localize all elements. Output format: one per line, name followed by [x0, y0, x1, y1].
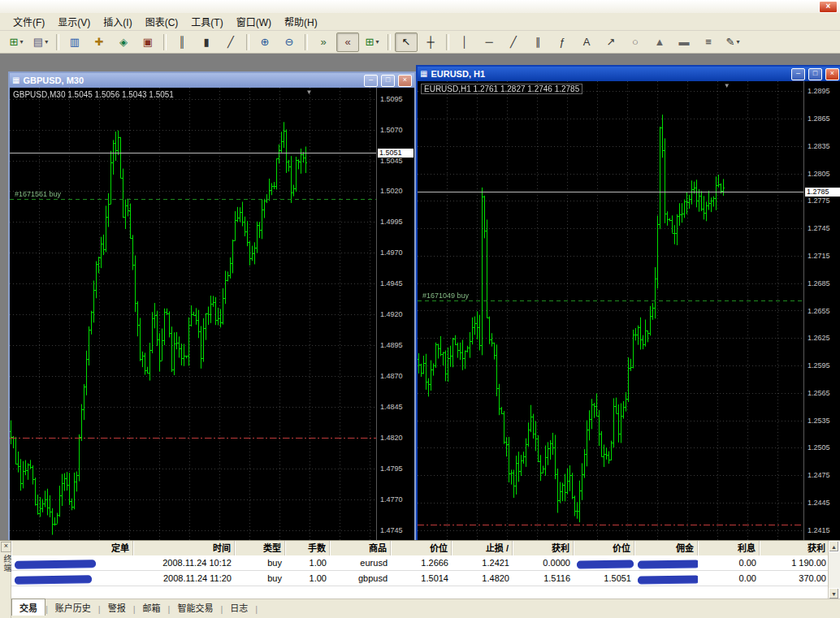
objects-list-button[interactable]: ✎▾: [721, 32, 744, 52]
current-price-box: 1.5051: [378, 149, 414, 158]
redaction-mark: [638, 575, 698, 583]
menu-item-charts[interactable]: 图表(C): [139, 12, 185, 31]
new-chart-button[interactable]: ⊞▾: [5, 32, 28, 52]
chart-window-eurusd[interactable]: ▦ EURUSD, H1 – □ × EURUSD,H1 1.2761 1.28…: [416, 65, 840, 542]
column-header-0[interactable]: 定单: [11, 541, 133, 555]
line-chart-icon: ╱: [227, 37, 234, 47]
zoom-out-button[interactable]: ⊖: [278, 32, 301, 52]
bar-chart-button[interactable]: ║: [171, 32, 193, 52]
equidistant-channel-button[interactable]: ∥: [526, 32, 549, 52]
triangle-button[interactable]: ▲: [648, 32, 671, 52]
chart-canvas-eurusd[interactable]: [418, 81, 804, 540]
cycle-lines-button[interactable]: ≡: [697, 32, 720, 52]
price-scale-label: 1.2535: [808, 417, 830, 425]
terminal-tab-trade[interactable]: 交易: [11, 599, 45, 616]
column-header-6[interactable]: 止损 /: [452, 541, 513, 555]
trendline-icon: ╱: [510, 37, 517, 47]
column-header-9[interactable]: 佣金: [634, 541, 698, 555]
column-header-4[interactable]: 商品: [330, 541, 391, 555]
indicators-button[interactable]: ⊞▾: [361, 32, 383, 52]
scroll-up-button[interactable]: ▲: [829, 541, 839, 552]
candlesticks-button[interactable]: ▮: [195, 32, 218, 52]
price-scale-label: 1.4970: [380, 248, 403, 257]
app-close-button[interactable]: ×: [819, 1, 838, 13]
chart-title: EURUSD, H1: [431, 69, 788, 79]
column-header-1[interactable]: 时间: [133, 541, 235, 555]
menu-item-tools[interactable]: 工具(T): [184, 12, 229, 31]
terminal-close-button[interactable]: ×: [1, 542, 11, 552]
column-header-5[interactable]: 价位: [391, 541, 452, 555]
menu-item-view[interactable]: 显示(V): [51, 12, 97, 31]
arrows-button[interactable]: ↗: [600, 32, 622, 52]
terminal-scrollbar[interactable]: ▲ ▼: [828, 541, 840, 599]
chart-titlebar-gbpusd[interactable]: ▦ GBPUSD, M30 – □ ×: [10, 73, 414, 88]
current-price-box: 1.2785: [805, 188, 840, 197]
restore-button[interactable]: □: [808, 68, 822, 80]
price-scale-label: 1.4745: [380, 526, 403, 534]
price-scale[interactable]: 1.50951.50701.50451.50201.49951.49701.49…: [376, 88, 414, 540]
column-header-2[interactable]: 类型: [235, 541, 285, 555]
menu-item-file[interactable]: 文件(F): [6, 12, 51, 31]
chart-shift-marker-icon: ▼: [724, 82, 730, 89]
terminal-tab-account-history[interactable]: 账户历史: [48, 599, 98, 616]
auto-scroll-button[interactable]: »: [312, 32, 335, 52]
price-scale[interactable]: 1.28951.28651.28351.28051.27751.27451.27…: [803, 81, 840, 540]
chart-canvas-gbpusd[interactable]: [10, 88, 377, 540]
cell: buy: [235, 571, 285, 586]
chart-titlebar-eurusd[interactable]: ▦ EURUSD, H1 – □ ×: [418, 67, 840, 81]
text-button[interactable]: A: [575, 32, 598, 52]
terminal-tab-alerts[interactable]: 警报: [101, 599, 133, 616]
chart-plot[interactable]: EURUSD,H1 1.2761 1.2827 1.2746 1.2785 ▼ …: [418, 81, 804, 540]
minimize-button[interactable]: –: [791, 68, 805, 80]
vertical-line-icon: │: [461, 37, 468, 47]
profiles-button[interactable]: ▤▾: [29, 32, 52, 52]
minimize-button[interactable]: –: [364, 75, 378, 87]
column-header-10[interactable]: 利息: [698, 541, 760, 555]
arrows-icon: ↗: [607, 37, 616, 47]
navigator-button[interactable]: ◈: [112, 32, 135, 52]
data-window-button[interactable]: ✚: [88, 32, 110, 52]
chart-plot[interactable]: GBPUSD,M30 1.5045 1.5056 1.5043 1.5051 ▼…: [10, 88, 377, 540]
new-chart-icon: ⊞: [10, 37, 19, 47]
terminal-tabs: 交易|账户历史|警报|邮箱|智能交易|日志|: [11, 599, 840, 616]
column-header-8[interactable]: 价位: [574, 541, 634, 555]
cell: 1.00: [285, 571, 330, 586]
ellipse-button[interactable]: ○: [624, 32, 647, 52]
zoom-in-button[interactable]: ⊕: [253, 32, 276, 52]
trendline-button[interactable]: ╱: [502, 32, 525, 52]
market-watch-button[interactable]: ▥: [63, 32, 86, 52]
price-scale-label: 1.2505: [808, 443, 830, 452]
scroll-down-button[interactable]: ▼: [829, 588, 839, 599]
line-chart-button[interactable]: ╱: [219, 32, 242, 52]
vertical-line-button[interactable]: │: [453, 32, 476, 52]
terminal-button[interactable]: ▣: [136, 32, 159, 52]
column-header-11[interactable]: 获利: [760, 541, 829, 555]
terminal-tab-journal[interactable]: 日志: [223, 599, 255, 616]
horizontal-line-button[interactable]: ─: [478, 32, 500, 52]
terminal-tab-expert-advisors[interactable]: 智能交易: [170, 599, 220, 616]
price-scale-label: 1.4845: [380, 403, 403, 411]
chart-ohlc-info: EURUSD,H1 1.2761 1.2827 1.2746 1.2785: [421, 84, 582, 94]
column-header-7[interactable]: 获利: [513, 541, 574, 555]
rectangle-button[interactable]: ▬: [673, 32, 695, 52]
column-header-3[interactable]: 手数: [285, 541, 330, 555]
close-button[interactable]: ×: [825, 68, 839, 80]
price-scale-label: 1.2805: [808, 170, 830, 178]
terminal-tab-mailbox[interactable]: 邮箱: [136, 599, 168, 616]
table-row-0[interactable]: 2008.11.24 10:12buy1.00eurusd1.26661.242…: [11, 555, 829, 571]
cursor-button[interactable]: ↖: [395, 32, 418, 52]
fibonacci-button[interactable]: ƒ: [551, 32, 574, 52]
tab-separator: |: [255, 603, 258, 616]
order-line-label: #1671561 buy: [15, 190, 61, 198]
price-scale-label: 1.4920: [380, 310, 403, 318]
cell: gbpusd: [330, 571, 391, 586]
restore-button[interactable]: □: [381, 75, 395, 87]
menu-item-help[interactable]: 帮助(H): [278, 12, 324, 31]
table-row-1[interactable]: 2008.11.24 11:20buy1.00gbpusd1.50141.482…: [11, 571, 829, 586]
chart-shift-button[interactable]: «: [336, 32, 359, 52]
chart-window-gbpusd[interactable]: ▦ GBPUSD, M30 – □ × GBPUSD,M30 1.5045 1.…: [8, 71, 416, 542]
close-button[interactable]: ×: [398, 75, 412, 87]
menu-item-insert[interactable]: 插入(I): [97, 12, 138, 31]
menu-item-window[interactable]: 窗口(W): [230, 12, 278, 31]
crosshair-button[interactable]: ┼: [419, 32, 442, 52]
